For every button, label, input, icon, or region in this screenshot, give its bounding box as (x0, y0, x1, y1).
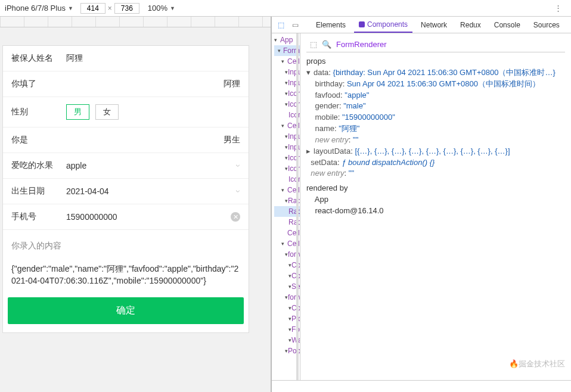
json-header: 你录入的内容 (11, 241, 240, 251)
chevron-right-icon: › (234, 164, 244, 167)
youfill-label: 你填了 (11, 79, 66, 89)
row-youare: 你是 男生 (3, 127, 249, 153)
youfill-value: 阿狸 (66, 79, 240, 89)
youare-label: 你是 (11, 135, 66, 145)
device-select[interactable]: iPhone 6/7/8 Plus ▼ (5, 4, 73, 13)
devtools-tabs: ⬚ ▭ Elements Components Network Redux Co… (272, 17, 571, 33)
row-name: 被保人姓名 阿狸 (3, 46, 249, 71)
zoom-select[interactable]: 100% ▼ (148, 4, 175, 13)
row-youfill: 你填了 阿狸 (3, 71, 249, 97)
device-preview-pane: 被保人姓名 阿狸 你填了 阿狸 性别 男 女 你是 男生 爱吃的水果 app (0, 17, 272, 392)
renderedby-app[interactable]: App (306, 194, 565, 206)
more-menu-icon[interactable]: ⋮ (551, 4, 566, 13)
component-search-input[interactable] (336, 40, 561, 49)
rendered-by-section: rendered by App react-dom@16.14.0 (306, 183, 565, 217)
props-newentry[interactable]: new entry: "" (306, 135, 565, 146)
ruler (0, 17, 271, 27)
row-gender: 性别 男 女 (3, 97, 249, 127)
props-newentry2[interactable]: new entry: "" (306, 168, 565, 179)
chevron-down-icon: ▼ (170, 5, 175, 11)
mobile-value[interactable]: 15900000000 (66, 212, 231, 222)
phone-viewport: 被保人姓名 阿狸 你填了 阿狸 性别 男 女 你是 男生 爱吃的水果 app (2, 45, 249, 333)
mobile-label: 手机号 (11, 211, 66, 222)
favfood-value: apple (66, 161, 234, 170)
radio-male[interactable]: 男 (66, 104, 89, 120)
props-mobile[interactable]: mobile: "15900000000" (306, 112, 565, 123)
chevron-down-icon: ▼ (68, 5, 73, 11)
device-toolbar: iPhone 6/7/8 Plus ▼ × 100% ▼ ⋮ (0, 0, 571, 17)
radio-female[interactable]: 女 (95, 104, 119, 120)
inspect-icon[interactable]: ⬚ (275, 21, 286, 29)
tab-console[interactable]: Console (489, 17, 525, 33)
chevron-right-icon: › (234, 190, 244, 193)
devtools-footer (272, 380, 571, 392)
props-birthday[interactable]: birthday: Sun Apr 04 2021 15:06:30 GMT+0… (306, 79, 565, 90)
json-text: {"gender":"male","name":"阿狸","favfood":"… (11, 263, 240, 287)
gender-radio-group: 男 女 (66, 104, 119, 120)
youare-value: 男生 (66, 135, 240, 145)
row-favfood[interactable]: 爱吃的水果 apple › (3, 153, 249, 179)
select-icon[interactable]: ⬚ (310, 40, 317, 49)
components-icon (359, 21, 365, 27)
json-preview: 你录入的内容 {"gender":"male","name":"阿狸","fav… (3, 230, 249, 291)
props-panel: ⬚ 🔍 props ▾data: {birthday: Sun Apr 04 2… (300, 33, 571, 380)
props-favfood[interactable]: favfood: "apple" (306, 90, 565, 101)
component-tree[interactable]: ▾App▾Form▾Cell▾Inpu▾Inpu▾Icon▾IconIcon▾C… (272, 33, 300, 380)
props-setdata[interactable]: setData: ƒ bound dispatchAction() {} (306, 157, 565, 169)
device-name: iPhone 6/7/8 Plus (5, 4, 66, 13)
watermark: 🔥掘金技术社区 (509, 359, 565, 369)
tab-elements[interactable]: Elements (311, 17, 350, 33)
props-layoutdata[interactable]: ▸layoutData: [{…}, {…}, {…}, {…}, {…}, {… (306, 146, 565, 157)
row-birthday[interactable]: 出生日期 2021-04-04 › (3, 179, 249, 204)
name-label: 被保人姓名 (11, 53, 66, 64)
devtools-pane: ⬚ ▭ Elements Components Network Redux Co… (272, 17, 571, 392)
favfood-label: 爱吃的水果 (11, 160, 66, 171)
row-mobile: 手机号 15900000000 ✕ (3, 204, 249, 230)
width-input[interactable] (80, 3, 105, 14)
gender-label: 性别 (11, 107, 66, 117)
dimensions: × (80, 3, 139, 14)
search-row: ⬚ 🔍 (306, 37, 565, 52)
renderedby-header: rendered by (306, 183, 565, 194)
clear-icon[interactable]: ✕ (231, 212, 240, 222)
tab-network[interactable]: Network (416, 17, 452, 33)
submit-button[interactable]: 确定 (8, 297, 244, 324)
height-input[interactable] (114, 3, 139, 14)
birthday-value: 2021-04-04 (66, 186, 234, 196)
birthday-label: 出生日期 (11, 186, 66, 197)
device-toggle-icon[interactable]: ▭ (290, 21, 300, 29)
times-icon: × (108, 4, 112, 13)
tab-redux[interactable]: Redux (455, 17, 486, 33)
props-section: props ▾data: {birthday: Sun Apr 04 2021 … (306, 56, 565, 179)
tab-components[interactable]: Components (354, 17, 412, 33)
props-header: props (306, 56, 565, 67)
scrollbar[interactable] (296, 33, 299, 380)
tab-sources[interactable]: Sources (529, 17, 564, 33)
props-name[interactable]: name: "阿狸" (306, 123, 565, 135)
name-value[interactable]: 阿狸 (66, 53, 240, 64)
props-gender[interactable]: gender: "male" (306, 101, 565, 112)
renderedby-reactdom[interactable]: react-dom@16.14.0 (306, 206, 565, 217)
props-data[interactable]: ▾data: {birthday: Sun Apr 04 2021 15:06:… (306, 67, 565, 79)
zoom-value: 100% (148, 4, 167, 13)
search-icon[interactable]: 🔍 (322, 40, 331, 49)
